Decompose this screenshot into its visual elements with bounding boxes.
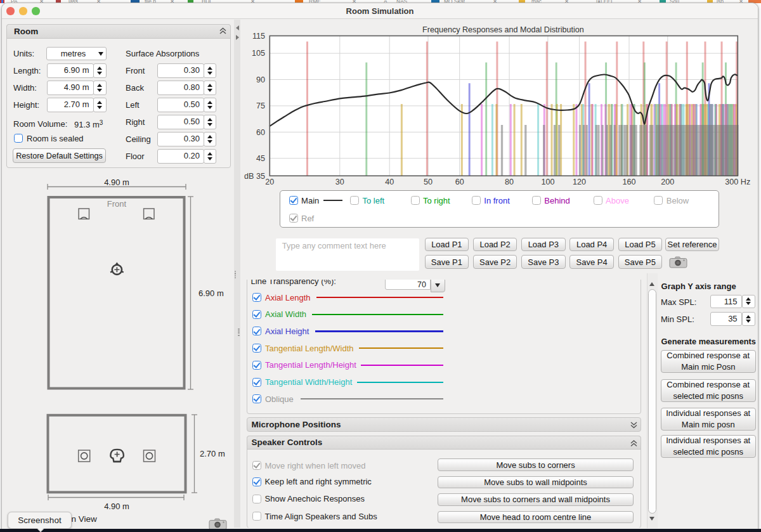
svg-text:100: 100 (541, 178, 554, 186)
svg-text:4.90 m: 4.90 m (104, 502, 129, 511)
svg-text:6.90 m: 6.90 m (198, 289, 224, 298)
svg-text:50: 50 (424, 178, 433, 186)
svg-text:90: 90 (256, 75, 265, 84)
svg-text:45: 45 (256, 154, 265, 163)
svg-text:120: 120 (573, 178, 586, 186)
svg-text:105: 105 (252, 49, 265, 58)
svg-text:40: 40 (385, 178, 394, 186)
svg-text:Front: Front (107, 199, 127, 209)
svg-text:dB 35: dB 35 (244, 172, 265, 181)
svg-text:115: 115 (252, 32, 265, 41)
svg-text:300 Hz: 300 Hz (725, 178, 750, 186)
svg-text:4.90 m: 4.90 m (104, 178, 129, 187)
svg-text:75: 75 (256, 101, 265, 110)
svg-text:60: 60 (256, 128, 265, 137)
svg-text:200: 200 (661, 178, 674, 186)
svg-text:30: 30 (335, 178, 344, 186)
svg-text:160: 160 (622, 178, 635, 186)
svg-text:80: 80 (505, 178, 514, 186)
svg-text:60: 60 (455, 178, 464, 186)
svg-text:20: 20 (265, 178, 274, 186)
svg-text:2.70 m: 2.70 m (200, 449, 225, 458)
